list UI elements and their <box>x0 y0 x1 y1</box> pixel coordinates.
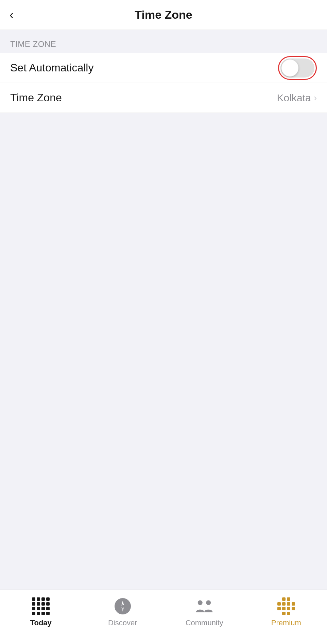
nav-item-premium[interactable]: Premium <box>266 597 307 627</box>
nav-label-premium: Premium <box>271 618 301 627</box>
premium-dot <box>282 612 286 615</box>
set-automatically-toggle[interactable] <box>280 58 314 78</box>
time-zone-row[interactable]: Time Zone Kolkata › <box>0 83 327 113</box>
premium-dot <box>292 612 295 615</box>
today-dot <box>37 607 40 610</box>
nav-label-today: Today <box>30 618 52 627</box>
compass-svg <box>114 597 132 615</box>
today-dot <box>32 607 35 610</box>
premium-dot <box>287 602 290 606</box>
premium-dot <box>292 597 295 601</box>
community-svg <box>195 597 214 615</box>
premium-dot <box>277 597 281 601</box>
premium-dot <box>282 607 286 610</box>
today-dot <box>37 602 40 606</box>
community-icon <box>195 597 214 616</box>
set-automatically-label: Set Automatically <box>10 62 93 74</box>
main-content <box>0 113 327 590</box>
time-zone-value-group: Kolkata › <box>277 92 317 104</box>
settings-list: Set Automatically Time Zone Kolkata › <box>0 53 327 113</box>
section-label: TIME ZONE <box>0 30 327 53</box>
nav-item-today[interactable]: Today <box>20 597 61 627</box>
today-dot <box>32 597 35 601</box>
premium-dot <box>277 602 281 606</box>
time-zone-value: Kolkata <box>277 92 311 104</box>
header: ‹ Time Zone <box>0 0 327 30</box>
today-dot <box>37 597 40 601</box>
today-dot <box>32 612 35 615</box>
back-button[interactable]: ‹ <box>10 9 14 21</box>
discover-icon <box>113 597 132 616</box>
premium-dot <box>282 602 286 606</box>
svg-point-0 <box>115 598 131 614</box>
svg-point-4 <box>206 600 211 605</box>
today-dot <box>41 602 45 606</box>
premium-dot <box>292 602 295 606</box>
nav-item-community[interactable]: Community <box>184 597 225 627</box>
set-automatically-row: Set Automatically <box>0 53 327 83</box>
page-title: Time Zone <box>135 8 192 21</box>
today-dot <box>46 597 50 601</box>
time-zone-label: Time Zone <box>10 91 62 104</box>
today-dot <box>37 612 40 615</box>
nav-label-discover: Discover <box>108 618 137 627</box>
toggle-knob <box>281 60 298 77</box>
chevron-right-icon: › <box>314 92 317 103</box>
premium-dot <box>282 597 286 601</box>
today-dot <box>32 602 35 606</box>
premium-dot <box>292 607 295 610</box>
bottom-nav: Today Discover Community <box>0 590 327 644</box>
premium-dot <box>277 607 281 610</box>
today-icon <box>31 597 50 616</box>
today-dot <box>46 607 50 610</box>
premium-dot <box>287 612 290 615</box>
today-dot <box>41 597 45 601</box>
premium-icon <box>277 597 296 616</box>
premium-dot <box>287 597 290 601</box>
nav-item-discover[interactable]: Discover <box>102 597 143 627</box>
today-dot <box>46 612 50 615</box>
today-dot <box>41 612 45 615</box>
set-automatically-toggle-wrapper <box>278 56 317 80</box>
svg-point-3 <box>198 600 203 605</box>
today-dot <box>41 607 45 610</box>
premium-dot <box>287 607 290 610</box>
nav-label-community: Community <box>186 618 223 627</box>
premium-dot <box>277 612 281 615</box>
today-dot <box>46 602 50 606</box>
